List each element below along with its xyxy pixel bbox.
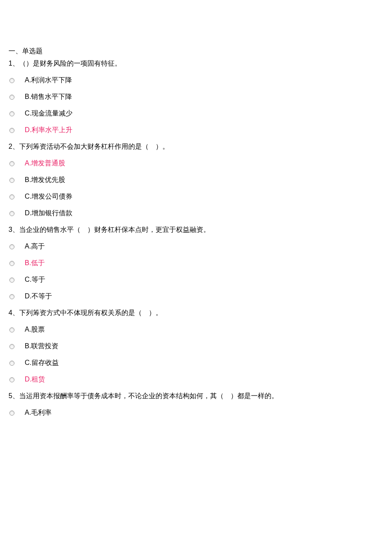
radio-icon[interactable] xyxy=(9,327,14,332)
option-text: D.租赁 xyxy=(25,375,45,384)
option-text: C.增发公司债券 xyxy=(25,192,72,201)
option-text: B.低于 xyxy=(25,259,45,268)
question-stem: 5、当运用资本报酬率等于债务成本时，不论企业的资本结构如何，其（ ）都是一样的。 xyxy=(9,392,383,401)
option-row[interactable]: D.租赁 xyxy=(9,375,383,384)
option-text: D.不等于 xyxy=(25,292,52,301)
radio-icon[interactable] xyxy=(9,361,14,366)
radio-icon[interactable] xyxy=(9,95,14,100)
option-row[interactable]: A.股票 xyxy=(9,325,383,334)
question-stem: 2、下列筹资活动不会加大财务杠杆作用的是（ ）。 xyxy=(9,142,383,151)
option-row[interactable]: B.联营投资 xyxy=(9,342,383,351)
option-row[interactable]: A.高于 xyxy=(9,242,383,251)
option-text: D.利率水平上升 xyxy=(25,126,72,135)
radio-icon[interactable] xyxy=(9,294,14,299)
radio-icon[interactable] xyxy=(9,161,14,166)
section-title: 一、单选题 xyxy=(9,47,383,56)
radio-icon[interactable] xyxy=(9,344,14,349)
option-row[interactable]: B.销售水平下降 xyxy=(9,92,383,101)
option-row[interactable]: A.毛利率 xyxy=(9,408,383,417)
option-text: A.增发普通股 xyxy=(25,159,65,168)
radio-icon[interactable] xyxy=(9,111,14,116)
question-stem: 4、下列筹资方式中不体现所有权关系的是（ ）。 xyxy=(9,309,383,318)
option-text: C.等于 xyxy=(25,275,45,284)
option-row[interactable]: D.增加银行借款 xyxy=(9,209,383,218)
radio-icon[interactable] xyxy=(9,410,14,416)
option-row[interactable]: B.增发优先股 xyxy=(9,176,383,185)
radio-icon[interactable] xyxy=(9,128,14,133)
option-row[interactable]: D.不等于 xyxy=(9,292,383,301)
option-text: B.增发优先股 xyxy=(25,176,65,185)
option-text: A.毛利率 xyxy=(25,408,52,417)
option-row[interactable]: C.等于 xyxy=(9,275,383,284)
option-row[interactable]: B.低于 xyxy=(9,259,383,268)
option-row[interactable]: C.增发公司债券 xyxy=(9,192,383,201)
question-stem: 1、（）是财务风险的一项固有特征。 xyxy=(9,59,383,68)
radio-icon[interactable] xyxy=(9,78,14,83)
radio-icon[interactable] xyxy=(9,278,14,283)
option-text: A.股票 xyxy=(25,325,45,334)
option-text: C.现金流量减少 xyxy=(25,109,72,118)
option-text: A.高于 xyxy=(25,242,45,251)
radio-icon[interactable] xyxy=(9,194,14,199)
option-row[interactable]: A.增发普通股 xyxy=(9,159,383,168)
option-text: D.增加银行借款 xyxy=(25,209,72,218)
option-text: C.留存收益 xyxy=(25,358,59,367)
radio-icon[interactable] xyxy=(9,178,14,183)
radio-icon[interactable] xyxy=(9,244,14,249)
option-row[interactable]: C.现金流量减少 xyxy=(9,109,383,118)
option-text: B.联营投资 xyxy=(25,342,58,351)
radio-icon[interactable] xyxy=(9,377,14,382)
option-text: B.销售水平下降 xyxy=(25,92,72,101)
question-stem: 3、当企业的销售水平（ ）财务杠杆保本点时，更宜于权益融资。 xyxy=(9,225,383,234)
option-text: A.利润水平下降 xyxy=(25,76,72,85)
radio-icon[interactable] xyxy=(9,261,14,266)
option-row[interactable]: C.留存收益 xyxy=(9,358,383,367)
questions-container: 1、（）是财务风险的一项固有特征。A.利润水平下降B.销售水平下降C.现金流量减… xyxy=(9,59,383,417)
option-row[interactable]: A.利润水平下降 xyxy=(9,76,383,85)
radio-icon[interactable] xyxy=(9,211,14,216)
option-row[interactable]: D.利率水平上升 xyxy=(9,126,383,135)
